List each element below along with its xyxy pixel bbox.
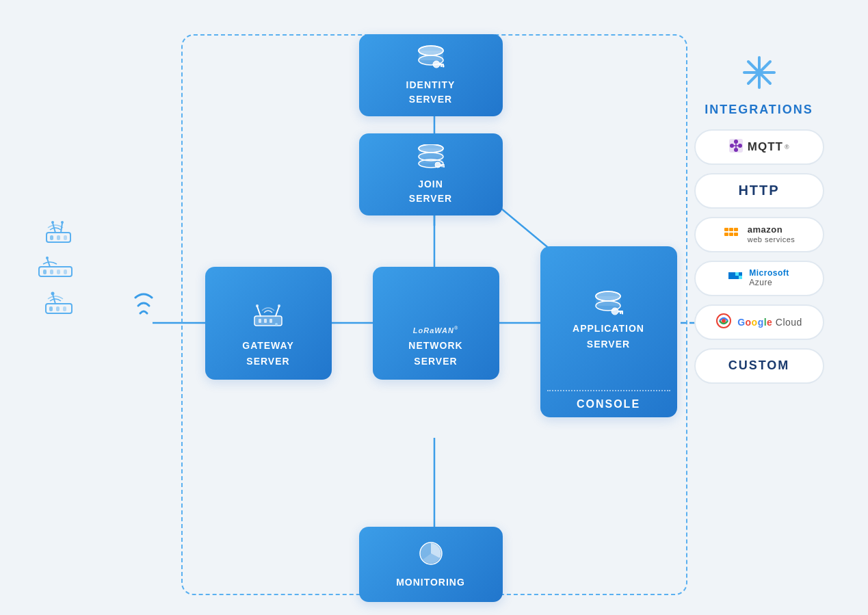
svg-point-14 (435, 162, 440, 168)
svg-rect-15 (440, 164, 445, 166)
join-server-label2: SERVER (409, 194, 452, 204)
svg-rect-41 (50, 235, 53, 240)
http-integration-pill[interactable]: HTTP (694, 173, 824, 209)
app-server-label1: APPLICATION (573, 323, 644, 335)
google-cloud-icon (715, 313, 732, 331)
svg-rect-17 (441, 166, 443, 168)
console-text: CONSOLE (577, 398, 640, 410)
svg-point-25 (278, 304, 280, 307)
monitoring-icon (418, 540, 444, 571)
svg-rect-34 (620, 312, 622, 314)
identity-server-label2: SERVER (409, 94, 452, 105)
join-server-label1: JOIN (418, 179, 443, 189)
device-router-1 (43, 219, 81, 246)
google-cloud-label: Google Cloud (737, 317, 802, 328)
svg-point-40 (61, 221, 64, 224)
svg-point-61 (756, 69, 763, 76)
svg-rect-50 (64, 270, 67, 274)
app-server-console-label: CONSOLE (570, 391, 647, 417)
integrations-icon (741, 55, 777, 93)
network-server-icon: LoRaWAN® (413, 326, 458, 335)
svg-rect-47 (43, 270, 47, 274)
svg-line-22 (257, 306, 261, 316)
svg-rect-71 (729, 228, 733, 231)
svg-rect-49 (57, 270, 60, 274)
http-label: HTTP (738, 183, 779, 198)
mqtt-label: MQTT (748, 140, 783, 154)
identity-server-box: IDENTITY SERVER (359, 34, 503, 116)
svg-point-65 (738, 144, 742, 148)
join-server-box: JOIN SERVER (359, 133, 503, 215)
svg-rect-55 (56, 306, 60, 311)
svg-line-39 (61, 223, 62, 233)
svg-rect-16 (443, 166, 445, 168)
svg-point-38 (51, 221, 54, 224)
svg-rect-80 (739, 276, 742, 279)
svg-point-13 (419, 144, 443, 153)
network-server-label2: SERVER (414, 356, 457, 367)
svg-point-82 (722, 319, 726, 323)
svg-point-31 (611, 308, 618, 315)
gateway-server-box: GATEWAY SERVER (205, 267, 332, 380)
svg-rect-76 (728, 272, 735, 279)
svg-point-3 (419, 46, 443, 55)
svg-rect-79 (739, 272, 742, 276)
svg-point-63 (730, 144, 734, 148)
network-server-label1: NETWORK (408, 340, 462, 352)
identity-server-label1: IDENTITY (406, 80, 456, 90)
monitoring-label: MONITORING (396, 577, 465, 588)
aws-integration-pill[interactable]: amazon web services (694, 217, 824, 252)
app-server-label2: SERVER (587, 339, 630, 350)
azure-icon (728, 270, 744, 287)
gateway-server-label1: GATEWAY (242, 340, 293, 352)
svg-rect-33 (622, 312, 623, 315)
gateway-server-label2: SERVER (246, 356, 289, 367)
svg-point-64 (734, 140, 738, 144)
svg-point-45 (46, 257, 49, 259)
svg-rect-43 (64, 235, 67, 240)
join-server-icon (417, 144, 445, 174)
svg-rect-21 (269, 319, 272, 323)
application-server-box: APPLICATION SERVER CONSOLE (540, 246, 677, 417)
svg-rect-78 (735, 276, 739, 279)
identity-server-icon (417, 45, 445, 75)
integrations-title: INTEGRATIONS (705, 103, 813, 117)
mqtt-integration-pill[interactable]: MQTT ® (694, 129, 824, 165)
app-server-top: APPLICATION SERVER (566, 246, 651, 390)
device-router-2 (36, 256, 81, 282)
svg-rect-56 (63, 306, 66, 311)
svg-rect-75 (734, 233, 738, 236)
devices-area (36, 219, 81, 323)
mqtt-icon (728, 138, 744, 155)
wifi-broadcast-symbol (130, 291, 157, 331)
svg-rect-54 (49, 306, 53, 311)
svg-rect-74 (729, 233, 733, 236)
app-server-icon (593, 289, 623, 319)
custom-label: CUSTOM (728, 358, 790, 373)
svg-rect-26 (275, 323, 278, 326)
integrations-section: INTEGRATIONS MQTT ® HTTP (694, 55, 824, 384)
svg-rect-20 (264, 319, 267, 323)
mqtt-sublabel: ® (785, 144, 789, 151)
svg-rect-7 (440, 65, 443, 67)
svg-point-52 (51, 291, 54, 295)
azure-label: Microsoft Azure (749, 269, 789, 287)
monitoring-server-box: MONITORING (359, 527, 503, 602)
svg-line-24 (276, 306, 279, 316)
svg-point-30 (596, 291, 620, 301)
aws-icon (723, 225, 742, 244)
svg-rect-72 (734, 228, 738, 231)
svg-point-66 (734, 148, 738, 152)
svg-rect-48 (50, 270, 53, 274)
gateway-server-icon (250, 304, 286, 335)
aws-label: amazon web services (748, 225, 795, 243)
svg-rect-19 (259, 319, 261, 323)
diagram-container: IDENTITY SERVER JOIN SERVER (24, 14, 845, 602)
azure-integration-pill[interactable]: Microsoft Azure (694, 261, 824, 296)
svg-rect-6 (443, 65, 445, 68)
svg-rect-77 (735, 272, 739, 276)
custom-integration-pill[interactable]: CUSTOM (694, 348, 824, 384)
google-cloud-integration-pill[interactable]: Google Cloud (694, 304, 824, 340)
svg-point-23 (256, 304, 259, 307)
svg-rect-73 (724, 233, 728, 236)
